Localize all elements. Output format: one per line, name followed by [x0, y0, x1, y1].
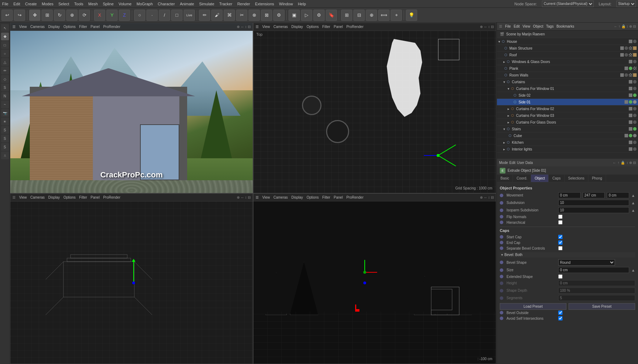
vp-prorender-menu[interactable]: ProRender	[103, 25, 120, 29]
sculpt-tool[interactable]: ⌘	[224, 10, 235, 21]
menu-render[interactable]: Render	[237, 2, 250, 6]
layout-select[interactable]: Startup	[616, 1, 636, 7]
bevel-outside-checkbox[interactable]	[558, 311, 563, 315]
movement-z-input[interactable]	[607, 192, 629, 198]
bevel-both-header[interactable]: ▾ Bevel: Both	[500, 252, 635, 257]
segments-input[interactable]	[558, 295, 635, 301]
movement-y-input[interactable]	[583, 192, 605, 198]
isoparm-input[interactable]	[558, 207, 629, 213]
paint-tool[interactable]: 🖌	[211, 10, 223, 21]
vp-filter-menu[interactable]: Filter	[79, 25, 87, 29]
menu-simulate[interactable]: Simulate	[199, 2, 214, 6]
poly-mode[interactable]: □	[171, 10, 183, 21]
menu-tracker[interactable]: Tracker	[219, 2, 233, 6]
vp-right-menu-icon[interactable]: ☰	[256, 195, 259, 199]
sidebar-s3[interactable]: S	[1, 143, 9, 151]
nav-back[interactable]: ←	[612, 161, 616, 165]
vp-bl-view[interactable]: View	[19, 195, 27, 199]
menu-volume[interactable]: Volume	[119, 2, 132, 6]
menu-extensions[interactable]: Extensions	[255, 2, 274, 6]
tab-coord[interactable]: Coord.	[513, 175, 531, 182]
x-axis-btn[interactable]: X	[94, 10, 105, 21]
tab-caps[interactable]: Caps	[549, 175, 564, 182]
shape-depth-input[interactable]	[558, 288, 635, 294]
tree-item-plank[interactable]: ⬡ Plank	[497, 65, 638, 72]
tree-item-roof[interactable]: ⬡ Roof	[497, 52, 638, 58]
save-preset-btn[interactable]: Save Preset	[569, 303, 635, 310]
scale-tool[interactable]: ⊞	[41, 10, 53, 21]
vp-cameras-menu[interactable]: Cameras	[30, 25, 45, 29]
menu-help[interactable]: Help	[298, 2, 306, 6]
sidebar-light[interactable]: ☀	[1, 118, 9, 125]
sidebar-box[interactable]: □	[1, 41, 9, 49]
rp-bookmarks[interactable]: Bookmarks	[556, 24, 574, 28]
render-view[interactable]: ▷	[301, 10, 312, 21]
menu-animate[interactable]: Animate	[180, 2, 194, 6]
menu-modes[interactable]: Modes	[42, 2, 54, 6]
vp-display-menu[interactable]: Display	[48, 25, 60, 29]
nav-lock[interactable]: 🔒	[621, 161, 625, 165]
vp-top-display[interactable]: Display	[291, 25, 303, 29]
props-userdata-btn[interactable]: User Data	[517, 161, 533, 165]
rp-file[interactable]: File	[505, 24, 511, 28]
edge-mode[interactable]: /	[159, 10, 170, 21]
rp-view[interactable]: View	[522, 24, 530, 28]
movement-x-input[interactable]	[558, 192, 581, 198]
y-axis-btn[interactable]: Y	[106, 10, 118, 21]
vp-top-menu-icon[interactable]: ☰	[256, 25, 259, 29]
menu-file[interactable]: File	[2, 2, 9, 6]
sidebar-deform[interactable]: ~	[1, 101, 9, 108]
sym-btn[interactable]: ⌖	[391, 10, 402, 21]
sidebar-s2[interactable]: S	[1, 135, 9, 142]
rp-edit[interactable]: Edit	[514, 24, 520, 28]
bridge-tool[interactable]: ⊠	[261, 10, 272, 21]
tree-item-side02[interactable]: ⬡ Side 02	[497, 92, 638, 99]
tree-item-cw02[interactable]: ▸ ⬡ Curtains For Window 02	[497, 106, 638, 112]
end-cap-checkbox[interactable]	[558, 240, 563, 245]
sidebar-move[interactable]: ✥	[1, 33, 9, 40]
rp-tags[interactable]: Tags	[546, 24, 554, 28]
axis-btn[interactable]: ⊕	[366, 10, 377, 21]
tree-item-curtains-w01[interactable]: ▾ ⬡ Curtains For Window 01	[497, 85, 638, 92]
settings-btn[interactable]: ⚙	[273, 10, 285, 21]
sidebar-cone[interactable]: △	[1, 58, 9, 66]
viewport-top[interactable]: ☰ View Cameras Display Options Filter Pa…	[253, 23, 496, 193]
menu-window[interactable]: Window	[279, 2, 293, 6]
menu-create[interactable]: Create	[25, 2, 37, 6]
tree-item-house[interactable]: ▾ ⬡ House	[497, 38, 638, 45]
viewport-perspective[interactable]: ☰ View Cameras Display Options Filter Pa…	[10, 23, 253, 193]
sidebar-bezier[interactable]: S	[1, 84, 9, 91]
sidebar-poly[interactable]: ◇	[1, 75, 9, 83]
viewport-bottom-left[interactable]: ☰ View Cameras Display Options Filter Pa…	[10, 193, 253, 364]
menu-edit[interactable]: Edit	[13, 2, 20, 6]
draw-tool[interactable]: ✏	[199, 10, 210, 21]
snap-btn[interactable]: ⊞	[341, 10, 352, 21]
extended-shape-checkbox[interactable]	[558, 274, 563, 279]
vp-bl-display[interactable]: Display	[48, 195, 60, 199]
rp-object[interactable]: Object	[533, 24, 543, 28]
point-mode[interactable]: ·	[146, 10, 158, 21]
sidebar-floor[interactable]: ⎍	[1, 152, 9, 159]
anim-tag[interactable]: 🔖	[326, 10, 337, 21]
vp-top-panel[interactable]: Panel	[334, 25, 343, 29]
vp-bl-panel[interactable]: Panel	[91, 195, 100, 199]
viewport-right[interactable]: ☰ View Cameras Display Options Filter Pa…	[253, 193, 496, 364]
tree-item-cgd[interactable]: ▸ ⬡ Curtains For Glass Doors	[497, 119, 638, 126]
vp-menu-icon[interactable]: ☰	[12, 25, 16, 29]
vp-top-prorender[interactable]: ProRender	[346, 25, 363, 29]
props-mode-btn[interactable]: Mode	[499, 161, 508, 165]
vp-bl-options[interactable]: Options	[63, 195, 75, 199]
vp-top-cameras[interactable]: Cameras	[274, 25, 288, 29]
tree-item-stairs[interactable]: ▾ ⬡ Stairs	[497, 126, 638, 132]
move-tool[interactable]: ✥	[29, 10, 40, 21]
vp-right-cameras[interactable]: Cameras	[274, 195, 288, 199]
menu-mograph[interactable]: MoGraph	[136, 2, 153, 6]
menu-spline[interactable]: Spline	[103, 2, 114, 6]
menu-character[interactable]: Character	[158, 2, 175, 6]
grid-btn[interactable]: ⊟	[353, 10, 365, 21]
vp-top-options[interactable]: Options	[307, 25, 319, 29]
bevel-shape-select[interactable]: Round Linear	[558, 259, 615, 266]
vp-panel-menu[interactable]: Panel	[91, 25, 100, 29]
reset-tool[interactable]: ⟳	[79, 10, 90, 21]
node-space-select[interactable]: Current (Standard/Physical)	[542, 1, 594, 7]
